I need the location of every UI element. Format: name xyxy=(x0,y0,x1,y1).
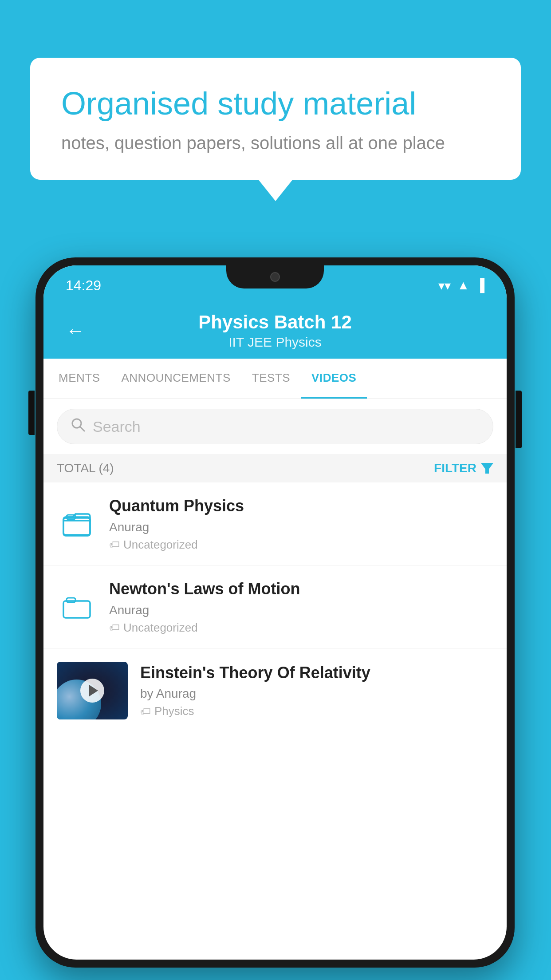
header-title: Physics Batch 12 xyxy=(98,312,452,333)
svg-rect-6 xyxy=(63,601,90,618)
signal-icon: ▲ xyxy=(457,278,469,292)
video-list: Quantum Physics Anurag 🏷 Uncategorized xyxy=(43,482,507,733)
app-header: ← Physics Batch 12 IIT JEE Physics xyxy=(43,301,507,359)
search-icon xyxy=(71,417,86,436)
tag-label: Uncategorized xyxy=(123,538,198,552)
video-info: Quantum Physics Anurag 🏷 Uncategorized xyxy=(109,496,493,552)
phone-mockup: 14:29 ▾▾ ▲ ▐ ← Physics Batch 12 IIT JEE … xyxy=(35,257,515,968)
battery-icon: ▐ xyxy=(476,278,484,292)
video-thumbnail xyxy=(57,662,128,719)
search-container: Search xyxy=(43,399,507,454)
status-time: 14:29 xyxy=(66,277,101,294)
tab-videos[interactable]: VIDEOS xyxy=(301,359,367,399)
speech-bubble: Organised study material notes, question… xyxy=(30,58,521,180)
list-item[interactable]: Quantum Physics Anurag 🏷 Uncategorized xyxy=(43,482,507,565)
tab-announcements[interactable]: ANNOUNCEMENTS xyxy=(111,359,241,399)
filter-button[interactable]: FILTER xyxy=(434,461,493,475)
folder-icon-wrap xyxy=(57,508,97,539)
folder-icon-wrap xyxy=(57,591,97,622)
header-title-area: Physics Batch 12 IIT JEE Physics xyxy=(98,312,452,350)
tabs-bar: MENTS ANNOUNCEMENTS TESTS VIDEOS xyxy=(43,359,507,399)
video-tag: 🏷 Uncategorized xyxy=(109,621,493,635)
video-author: Anurag xyxy=(109,603,493,617)
tab-tests[interactable]: TESTS xyxy=(241,359,301,399)
video-title: Newton's Laws of Motion xyxy=(109,579,493,600)
list-item[interactable]: Einstein's Theory Of Relativity by Anura… xyxy=(43,648,507,733)
video-info: Einstein's Theory Of Relativity by Anura… xyxy=(140,663,493,719)
video-author: Anurag xyxy=(109,520,493,534)
camera-dot xyxy=(270,272,280,282)
tab-ments[interactable]: MENTS xyxy=(48,359,111,399)
tag-label: Physics xyxy=(154,704,194,718)
video-tag: 🏷 Uncategorized xyxy=(109,538,493,552)
tag-label: Uncategorized xyxy=(123,621,198,635)
filter-label: FILTER xyxy=(434,461,476,475)
video-author: by Anurag xyxy=(140,687,493,701)
tag-icon: 🏷 xyxy=(140,705,151,718)
back-button[interactable]: ← xyxy=(66,320,85,342)
total-count: TOTAL (4) xyxy=(57,461,114,475)
filter-icon xyxy=(481,463,493,474)
tag-icon: 🏷 xyxy=(109,621,120,634)
status-icons: ▾▾ ▲ ▐ xyxy=(438,278,484,293)
speech-bubble-area: Organised study material notes, question… xyxy=(30,58,521,180)
search-placeholder: Search xyxy=(93,418,141,435)
video-title: Quantum Physics xyxy=(109,496,493,517)
wifi-icon: ▾▾ xyxy=(438,278,451,293)
tag-icon: 🏷 xyxy=(109,538,120,551)
bubble-subtitle: notes, question papers, solutions all at… xyxy=(61,133,490,153)
svg-line-1 xyxy=(80,427,84,431)
list-item[interactable]: Newton's Laws of Motion Anurag 🏷 Uncateg… xyxy=(43,565,507,648)
bubble-title: Organised study material xyxy=(61,84,490,122)
phone-notch xyxy=(226,265,324,288)
video-info: Newton's Laws of Motion Anurag 🏷 Uncateg… xyxy=(109,579,493,635)
play-button[interactable] xyxy=(80,679,104,703)
search-input-wrap[interactable]: Search xyxy=(57,409,493,444)
filter-row: TOTAL (4) FILTER xyxy=(43,454,507,482)
phone-screen: 14:29 ▾▾ ▲ ▐ ← Physics Batch 12 IIT JEE … xyxy=(43,265,507,960)
svg-marker-2 xyxy=(481,463,493,474)
folder-icon xyxy=(61,591,92,622)
video-title: Einstein's Theory Of Relativity xyxy=(140,663,493,684)
header-subtitle: IIT JEE Physics xyxy=(98,335,452,350)
folder-icon xyxy=(61,508,92,539)
play-triangle-icon xyxy=(89,685,98,696)
phone-outer: 14:29 ▾▾ ▲ ▐ ← Physics Batch 12 IIT JEE … xyxy=(35,257,515,968)
video-tag: 🏷 Physics xyxy=(140,704,493,718)
svg-rect-7 xyxy=(67,598,75,602)
